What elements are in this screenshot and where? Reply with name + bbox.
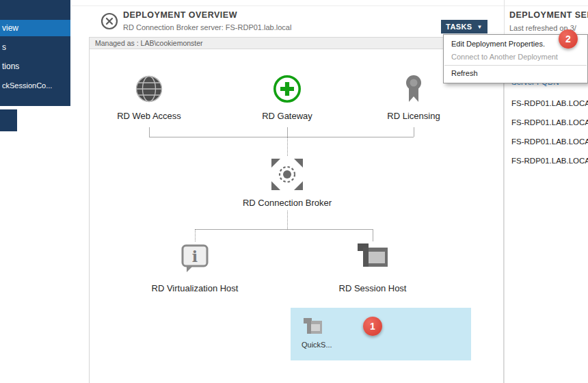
rd-session-host-label: RD Session Host [311, 283, 434, 293]
rd-licensing-label: RD Licensing [352, 111, 475, 121]
connector-line [287, 127, 288, 137]
connector-line [195, 229, 373, 230]
rd-session-host-icon[interactable] [356, 243, 389, 274]
menu-item-connect-to-another-deployment: Connect to Another Deployment [444, 51, 587, 64]
quick-session-collection-tile[interactable]: QuickS... [291, 308, 471, 360]
deployment-overview-icon [100, 12, 119, 34]
last-refreshed-text: Last refreshed on 3/ [509, 24, 588, 32]
collection-label: QuickS... [302, 341, 332, 349]
connector-line [414, 127, 414, 137]
sidebar-nav: view s tions ckSessionCo... [0, 0, 70, 106]
sidebar-item-label: s [2, 42, 6, 52]
rd-web-access-label: RD Web Access [88, 111, 211, 121]
server-row[interactable]: FS-RDP01.LAB.LOCAL [511, 157, 588, 165]
connector-line [149, 137, 414, 137]
page-subtitle: RD Connection Broker server: FS-RDP01.la… [123, 23, 291, 31]
connector-line [287, 137, 288, 156]
menu-item-refresh[interactable]: Refresh [444, 67, 587, 80]
sidebar-item-quicksessioncollection[interactable]: ckSessionCo... [0, 79, 70, 92]
rd-virtualization-host-icon[interactable]: i [179, 243, 211, 277]
rd-gateway-icon[interactable] [272, 74, 302, 107]
sidebar-footer-block [0, 109, 17, 131]
svg-text:i: i [192, 248, 198, 265]
tasks-button-label: TASKS [446, 23, 472, 31]
sidebar-item-label: ckSessionCo... [2, 81, 52, 90]
rds-overview-page: view s tions ckSessionCo... DEPLOYMENT O… [0, 0, 588, 383]
tasks-button[interactable]: TASKS ▼ [441, 20, 487, 34]
sidebar-item-label: view [2, 23, 18, 33]
rd-gateway-label: RD Gateway [226, 111, 349, 121]
tile-top-border [71, 5, 588, 6]
page-title: DEPLOYMENT OVERVIEW [123, 10, 237, 20]
managed-as-text: Managed as : LAB\cookiemonster [95, 39, 203, 47]
menu-separator [444, 65, 587, 66]
step-badge-1: 1 [363, 317, 382, 336]
rd-licensing-icon[interactable] [400, 74, 427, 108]
sidebar-item-overview[interactable]: view [0, 20, 70, 36]
rd-connection-broker-icon[interactable] [269, 157, 305, 195]
connector-line [373, 229, 373, 241]
connector-line [195, 229, 196, 241]
server-row[interactable]: FS-RDP01.LAB.LOCAL [511, 99, 588, 107]
sidebar-item-collections[interactable]: tions [0, 60, 70, 72]
collection-server-icon [303, 317, 323, 339]
connector-line [149, 127, 150, 137]
sidebar-item-servers[interactable]: s [0, 41, 70, 53]
rd-connection-broker-label: RD Connection Broker [226, 198, 349, 208]
chevron-down-icon: ▼ [477, 24, 483, 30]
step-badge-2: 2 [559, 29, 578, 49]
connector-line [287, 211, 288, 229]
sidebar-item-label: tions [2, 62, 19, 71]
server-row[interactable]: FS-RDP01.LAB.LOCAL [511, 137, 588, 146]
deployment-servers-title: DEPLOYMENT SERVERS [509, 10, 588, 20]
rd-virtualization-host-label: RD Virtualization Host [133, 283, 256, 293]
rd-web-access-icon[interactable] [134, 74, 164, 107]
managed-as-bar: Managed as : LAB\cookiemonster [89, 37, 504, 49]
server-row[interactable]: FS-RDP01.LAB.LOCAL [511, 118, 588, 127]
